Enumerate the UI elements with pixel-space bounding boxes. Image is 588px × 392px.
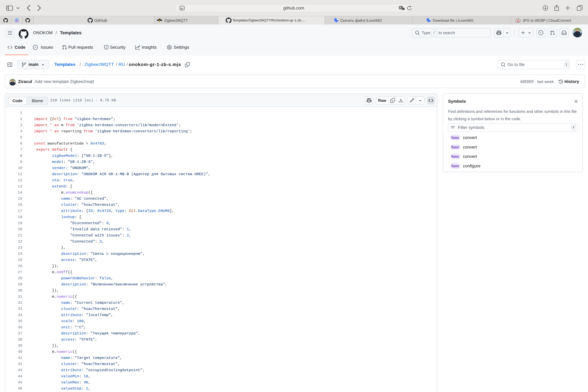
svg-text:A: A — [399, 6, 401, 9]
